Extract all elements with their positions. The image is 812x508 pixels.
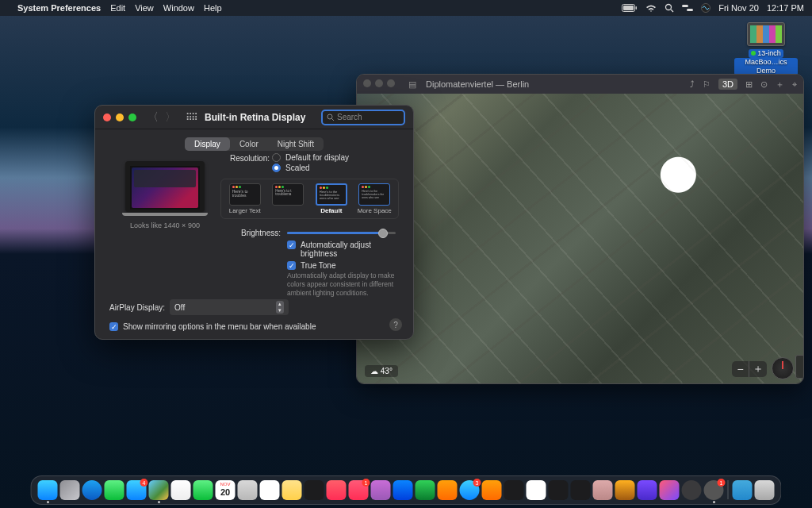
dock-reminders[interactable]	[260, 480, 280, 500]
pitch-control[interactable]	[795, 355, 803, 379]
sidebar-toggle-icon[interactable]: ▤	[408, 79, 416, 90]
scale-option-larger-text[interactable]: Here's to troubles Larger Text	[225, 183, 265, 214]
app-menu[interactable]: System Preferences	[17, 3, 101, 13]
prefs-titlebar[interactable]: 〈 〉 ⠿⠿ Built-in Retina Display Search	[95, 106, 413, 129]
dock-books[interactable]	[482, 480, 502, 500]
dock-maps[interactable]	[149, 480, 169, 500]
search-input[interactable]: Search	[321, 110, 405, 125]
zoom-icon[interactable]	[128, 114, 136, 121]
dock-finder[interactable]	[38, 480, 58, 500]
locate-icon[interactable]: ⌖	[792, 79, 797, 90]
dock-calendar[interactable]: NOV20	[216, 480, 236, 500]
dock-notes[interactable]	[282, 480, 302, 500]
radio-default-display[interactable]: Default for display	[272, 153, 349, 162]
back-button[interactable]: 〈	[147, 110, 159, 125]
dock-music[interactable]: 1	[349, 480, 369, 500]
help-button[interactable]: ?	[389, 318, 402, 331]
zoom-out-button[interactable]: −	[732, 361, 749, 377]
svg-rect-5	[682, 5, 688, 7]
dock-screenshot[interactable]	[571, 480, 591, 500]
add-icon[interactable]: ＋	[776, 79, 784, 90]
brightness-label: Brightness:	[220, 229, 281, 237]
desktop-file-1[interactable]	[734, 22, 798, 49]
siri-icon[interactable]	[701, 3, 710, 13]
page-title: Built-in Retina Display	[205, 112, 305, 123]
checkbox-auto-brightness[interactable]: ✓Automatically adjust brightness	[287, 241, 399, 258]
dock-safari[interactable]	[82, 480, 102, 500]
true-tone-description: Automatically adapt display to make colo…	[287, 271, 399, 298]
share-icon[interactable]: ⤴	[690, 79, 695, 89]
dock-numbers[interactable]	[416, 480, 435, 500]
view-3d-toggle[interactable]: 3D	[718, 79, 737, 90]
tab-display[interactable]: Display	[185, 137, 230, 151]
dock-tv[interactable]	[304, 480, 324, 500]
dock-contacts[interactable]	[238, 480, 258, 500]
dock: 4NOV20131	[31, 475, 782, 505]
show-all-icon[interactable]: ⠿⠿	[186, 112, 197, 123]
dock-trash[interactable]	[755, 480, 775, 500]
scale-option-default[interactable]: Here's to the troublemakers ones who see…	[312, 183, 351, 214]
dock-stocks[interactable]	[504, 480, 524, 500]
system-preferences-window: 〈 〉 ⠿⠿ Built-in Retina Display Search Di…	[94, 105, 414, 340]
dock-photos[interactable]	[171, 480, 191, 500]
tab-night-shift[interactable]: Night Shift	[268, 137, 324, 151]
dock-podcasts[interactable]	[371, 480, 391, 500]
menubar-date[interactable]: Fri Nov 20	[718, 3, 759, 13]
tab-color[interactable]: Color	[230, 137, 268, 151]
minimize-icon[interactable]	[116, 114, 124, 121]
dock-messages[interactable]	[105, 480, 124, 500]
maps-title: Diplomatenviertel — Berlin	[426, 79, 529, 89]
menu-view[interactable]: View	[135, 3, 154, 13]
dock-launchpad[interactable]	[60, 480, 80, 500]
forward-button[interactable]: 〉	[165, 110, 176, 125]
compass-icon[interactable]	[772, 357, 794, 379]
svg-rect-2	[623, 6, 634, 10]
brightness-slider[interactable]	[287, 232, 396, 234]
dock-appstore[interactable]: 3	[460, 480, 480, 500]
svg-line-4	[671, 10, 673, 12]
maps-canvas[interactable]: ☁ 43° − ＋	[357, 94, 803, 383]
checkbox-true-tone[interactable]: ✓True Tone	[287, 261, 399, 270]
menubar-time[interactable]: 12:17 PM	[767, 3, 804, 13]
maps-zoom-control[interactable]: − ＋	[732, 361, 767, 377]
dock-shortcuts[interactable]	[660, 480, 680, 500]
control-center-icon[interactable]	[682, 4, 693, 12]
maps-weather-badge[interactable]: ☁ 43°	[365, 365, 398, 377]
dock-news[interactable]	[327, 480, 347, 500]
zoom-in-button[interactable]: ＋	[749, 361, 767, 377]
dock-keynote[interactable]	[393, 480, 413, 500]
dock-imovie[interactable]	[638, 480, 657, 500]
spotlight-icon[interactable]	[665, 3, 674, 13]
dock-facetime[interactable]	[193, 480, 213, 500]
menu-help[interactable]: Help	[204, 3, 222, 13]
maps-titlebar[interactable]: ▤ Diplomatenviertel — Berlin ⤴ ⚐ 3D ⊞ ⊙ …	[357, 75, 803, 94]
map-settings-icon[interactable]: ⊙	[760, 79, 768, 90]
map-mode-icon[interactable]: ⊞	[745, 79, 753, 90]
scale-option-2[interactable]: Here's to t troublema	[269, 183, 308, 214]
dock-system-preferences[interactable]: 1	[704, 480, 724, 500]
dock-quicktime[interactable]	[682, 480, 702, 500]
prefs-window-controls[interactable]	[103, 114, 136, 121]
checkbox-show-mirroring[interactable]: ✓Show mirroring options in the menu bar …	[109, 322, 316, 331]
menu-edit[interactable]: Edit	[110, 3, 125, 13]
radio-scaled[interactable]: Scaled	[272, 164, 349, 172]
bookmark-icon[interactable]: ⚐	[703, 79, 710, 90]
battery-status-icon[interactable]	[622, 4, 638, 12]
chevron-updown-icon: ▴▾	[276, 301, 284, 314]
wifi-icon[interactable]	[645, 4, 657, 13]
dock-voice-memos[interactable]	[549, 480, 569, 500]
dock-garageband[interactable]	[615, 480, 635, 500]
close-icon[interactable]	[103, 114, 111, 121]
dock-pages[interactable]	[438, 480, 458, 500]
maps-window-controls[interactable]	[363, 79, 399, 89]
scale-option-more-space[interactable]: Here's to the troublemakers the ones who…	[355, 183, 395, 214]
svg-point-3	[666, 5, 672, 10]
dock-image-capture[interactable]	[593, 480, 613, 500]
dock-home[interactable]	[527, 480, 546, 500]
desktop-file-2[interactable]: 13-inch MacBoo…ics Demo	[734, 49, 798, 75]
airplay-select[interactable]: Off ▴▾	[170, 299, 289, 315]
dock-mail[interactable]: 4	[127, 480, 147, 500]
dock-downloads[interactable]	[733, 480, 753, 500]
menu-window[interactable]: Window	[163, 3, 194, 13]
menubar: System Preferences Edit View Window Help…	[0, 0, 812, 16]
